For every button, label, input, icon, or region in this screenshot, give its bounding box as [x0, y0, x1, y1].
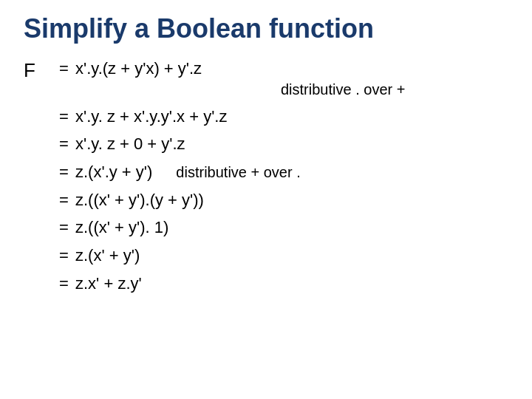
- step-eq: =: [59, 273, 75, 295]
- step-expr: x'.y.(z + y'x) + y'.z: [75, 58, 202, 80]
- step-line: = z.((x' + y'). 1): [59, 216, 405, 239]
- step-eq: =: [59, 216, 75, 239]
- step-expr: z.x' + z.y': [75, 273, 142, 295]
- step-expr: z.((x' + y').(y + y')): [75, 189, 204, 211]
- step-line: = z.x' + z.y': [59, 273, 405, 295]
- step-line: = x'.y.(z + y'x) + y'.zdistributive . ov…: [59, 58, 405, 100]
- step-eq: =: [59, 189, 75, 211]
- step-eq: =: [59, 133, 75, 155]
- steps-area: = x'.y.(z + y'x) + y'.zdistributive . ov…: [59, 58, 405, 295]
- step-expr: x'.y. z + x'.y.y'.x + y'.z: [75, 106, 227, 128]
- step-line: = z.(x'.y + y')distributive + over .: [59, 161, 405, 183]
- step-expr: z.((x' + y'). 1): [75, 216, 168, 239]
- step-expr: z.(x'.y + y'): [75, 161, 152, 183]
- step-eq: =: [59, 58, 75, 80]
- step-eq: =: [59, 161, 75, 183]
- step-eq: =: [59, 106, 75, 128]
- step-line: = z.(x' + y'): [59, 245, 405, 267]
- step-eq: =: [59, 245, 75, 267]
- step-expr: x'.y. z + 0 + y'.z: [75, 133, 185, 155]
- content-area: F = x'.y.(z + y'x) + y'.zdistributive . …: [24, 58, 514, 295]
- step-expr: z.(x' + y'): [75, 245, 140, 267]
- step-note: distributive . over +: [59, 80, 405, 100]
- step-line: = x'.y. z + x'.y.y'.x + y'.z: [59, 106, 405, 128]
- step-line: = x'.y. z + 0 + y'.z: [59, 133, 405, 155]
- step-line: = z.((x' + y').(y + y')): [59, 189, 405, 211]
- f-label: F: [24, 58, 38, 82]
- step-note: distributive + over .: [176, 163, 300, 183]
- page-container: Simplify a Boolean function F = x'.y.(z …: [0, 0, 532, 399]
- page-title: Simplify a Boolean function: [24, 13, 514, 44]
